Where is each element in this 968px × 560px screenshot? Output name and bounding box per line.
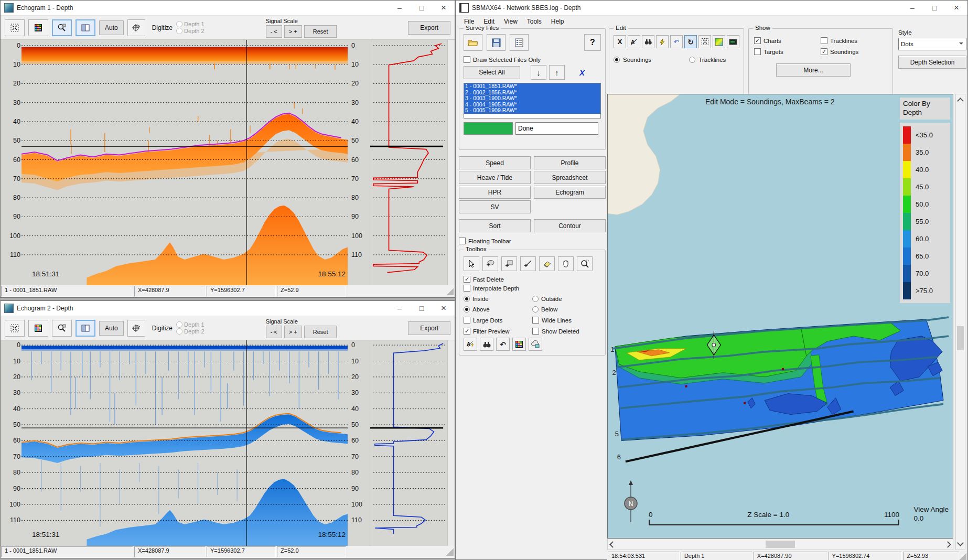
redo-rotate-button[interactable]: ↻ <box>684 35 697 48</box>
vertical-scroll-thumb[interactable] <box>957 326 964 350</box>
target-mark-button[interactable] <box>127 320 145 337</box>
tracklines-radio[interactable] <box>689 57 695 63</box>
color-palette-button[interactable] <box>28 19 48 36</box>
echogram1-plot-area[interactable]: 0102030405060708090100110 <box>1 39 455 285</box>
filter-preview-checkbox[interactable]: ✓ <box>464 328 470 335</box>
line-select-button[interactable] <box>520 256 536 271</box>
scroll-strip[interactable] <box>447 40 455 285</box>
maximize-button[interactable]: □ <box>411 301 433 316</box>
echogram1-signal-profile[interactable] <box>370 40 448 285</box>
screen-button[interactable] <box>727 35 739 48</box>
move-up-button[interactable]: ↑ <box>549 65 565 80</box>
delete-file-button[interactable]: X <box>574 65 590 80</box>
close-button[interactable]: × <box>433 301 455 316</box>
more-button[interactable]: More... <box>776 63 851 77</box>
color-palette-button[interactable] <box>28 320 48 337</box>
file-item[interactable]: 5 - 0005_1909.RAW* <box>464 107 600 114</box>
depth-selection-button[interactable]: Depth Selection <box>898 56 966 69</box>
expand-view-button[interactable] <box>5 320 25 337</box>
file-item[interactable]: 3 - 0003_1900.RAW* <box>464 95 600 102</box>
outside-radio[interactable] <box>532 296 539 302</box>
open-folder-button[interactable] <box>464 34 482 51</box>
fast-delete-checkbox[interactable]: ✓ <box>464 276 470 283</box>
delete-soundings-button[interactable]: X <box>614 35 626 48</box>
survey-file-list[interactable]: 1 - 0001_1851.RAW*2 - 0002_1856.RAW*3 - … <box>464 83 601 119</box>
color-table-button[interactable] <box>512 338 526 351</box>
progress-status-field[interactable] <box>515 122 598 135</box>
echogram-button[interactable]: Echogram <box>534 186 606 199</box>
strike-filter-button[interactable]: A <box>628 35 640 48</box>
select-cursor-button[interactable] <box>464 256 479 271</box>
sort-button[interactable]: Sort <box>459 219 531 232</box>
file-list-button[interactable] <box>510 34 529 51</box>
minimize-button[interactable]: – <box>389 301 411 316</box>
select-all-button[interactable]: Select All <box>464 66 520 79</box>
scroll-up-icon[interactable] <box>957 98 964 104</box>
inside-radio[interactable] <box>464 296 470 302</box>
auto-filter-button[interactable]: A <box>464 338 477 351</box>
close-button[interactable]: × <box>433 1 455 15</box>
file-item[interactable]: 1 - 0001_1851.RAW* <box>464 83 600 90</box>
zoom-lock-button[interactable] <box>52 320 72 337</box>
large-dots-checkbox[interactable] <box>464 317 470 324</box>
target-mark-button[interactable] <box>127 19 145 36</box>
save-button[interactable] <box>487 34 505 51</box>
move-down-button[interactable]: ↓ <box>531 65 546 80</box>
draw-selected-checkbox[interactable] <box>464 56 470 63</box>
export-button[interactable]: Export <box>408 21 450 35</box>
zoom-extents-button[interactable] <box>698 35 711 48</box>
hpr-button[interactable]: HPR <box>459 186 531 199</box>
help-button[interactable]: ? <box>584 34 601 51</box>
auto-process-button[interactable] <box>656 35 669 48</box>
floating-toolbar-checkbox[interactable] <box>459 238 466 244</box>
rect-select-button[interactable] <box>501 256 517 271</box>
below-radio[interactable] <box>532 306 539 313</box>
resize-grip[interactable] <box>960 553 966 560</box>
reset-button[interactable]: Reset <box>304 25 337 38</box>
show-deleted-checkbox[interactable] <box>532 328 539 335</box>
contour-button[interactable]: Contour <box>534 219 606 232</box>
horizontal-scroll-thumb[interactable] <box>766 541 795 548</box>
auto-button[interactable]: Auto <box>99 321 124 336</box>
split-view-button[interactable] <box>76 19 95 36</box>
map-vertical-scrollbar[interactable] <box>955 94 965 550</box>
signal-scale-down-button[interactable]: - < <box>266 25 282 38</box>
map-view[interactable]: Edit Mode = Soundings, MaxBeams = 2 Colo… <box>607 94 953 539</box>
scroll-strip[interactable] <box>447 340 455 546</box>
maximize-button[interactable]: □ <box>923 1 945 15</box>
depth1-radio[interactable] <box>176 21 182 27</box>
expand-view-button[interactable] <box>5 19 25 36</box>
close-button[interactable]: × <box>945 1 967 15</box>
minimize-button[interactable]: – <box>901 1 923 15</box>
signal-scale-up-button[interactable]: > + <box>284 326 302 338</box>
show-tracklines-checkbox[interactable] <box>821 37 827 44</box>
export-button[interactable]: Export <box>408 321 450 335</box>
zoom-lock-button[interactable] <box>52 19 72 36</box>
depth1-radio[interactable] <box>176 321 182 328</box>
signal-scale-up-button[interactable]: > + <box>284 25 302 38</box>
above-radio[interactable] <box>464 306 470 313</box>
depth2-radio[interactable] <box>176 28 182 34</box>
maximize-button[interactable]: □ <box>411 1 433 15</box>
search-button[interactable] <box>480 338 493 351</box>
echogram1-main-plot[interactable]: 18:51:31 18:55:12 <box>21 40 348 285</box>
signal-scale-down-button[interactable]: - < <box>266 326 282 338</box>
pan-button[interactable] <box>558 256 574 271</box>
wide-lines-checkbox[interactable] <box>532 317 539 324</box>
resize-grip[interactable] <box>446 548 454 556</box>
soundings-radio[interactable] <box>614 57 620 63</box>
scroll-left-icon[interactable] <box>609 541 616 548</box>
show-soundings-checkbox[interactable]: ✓ <box>821 48 827 55</box>
save-settings-button[interactable] <box>529 338 542 351</box>
search-button[interactable] <box>642 35 654 48</box>
reset-button[interactable]: Reset <box>304 326 337 338</box>
style-dropdown[interactable]: Dots <box>898 38 966 50</box>
sv-button[interactable]: SV <box>459 200 531 213</box>
resize-grip[interactable] <box>446 288 454 295</box>
charts-checkbox[interactable]: ✓ <box>754 37 761 44</box>
split-view-button[interactable] <box>76 320 95 337</box>
undo-small-button[interactable]: ↶ <box>670 35 683 48</box>
scroll-right-icon[interactable] <box>944 541 951 548</box>
lasso-select-button[interactable] <box>482 256 498 271</box>
color-fill-button[interactable] <box>713 35 725 48</box>
